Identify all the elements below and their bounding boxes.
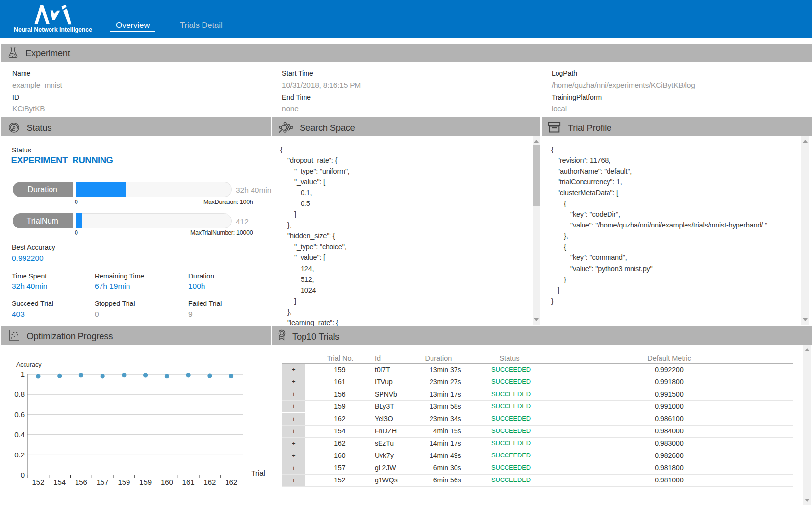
- svg-text:161: 161: [182, 478, 195, 486]
- svg-text:0.4: 0.4: [14, 430, 25, 438]
- svg-text:162: 162: [203, 478, 216, 486]
- svg-text:160: 160: [161, 478, 173, 486]
- svg-text:0.8: 0.8: [14, 390, 25, 398]
- svg-text:1: 1: [21, 370, 25, 378]
- svg-text:0: 0: [21, 470, 25, 479]
- svg-text:159: 159: [139, 478, 152, 486]
- svg-text:0.6: 0.6: [14, 410, 25, 418]
- svg-text:157: 157: [97, 478, 109, 486]
- svg-text:0.2: 0.2: [14, 450, 25, 458]
- svg-text:159: 159: [118, 478, 130, 486]
- svg-text:162: 162: [225, 478, 237, 486]
- svg-text:152: 152: [32, 478, 44, 486]
- svg-text:Trial: Trial: [251, 469, 265, 477]
- svg-text:Accuracy: Accuracy: [16, 361, 42, 368]
- svg-text:154: 154: [53, 478, 66, 486]
- svg-text:156: 156: [75, 478, 87, 486]
